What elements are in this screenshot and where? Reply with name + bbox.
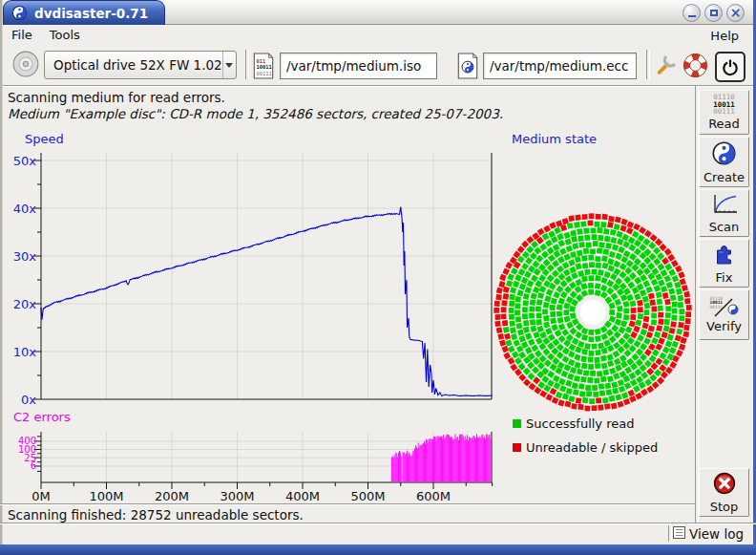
view-log-label: View log [689,526,744,542]
titlebar[interactable]: dvdisaster-0.71 × [3,0,753,25]
medium-state-disc: Medium state [494,132,692,412]
svg-text:Unreadable / skipped: Unreadable / skipped [526,440,658,455]
quit-button[interactable] [715,52,746,82]
menu-tools[interactable]: Tools [41,26,89,44]
svg-text:10011: 10011 [256,64,271,70]
c2-errors-chart: C2 errors6251004000M100M200M300M400M500M… [13,410,493,503]
minimize-button[interactable] [682,4,701,22]
read-button[interactable]: 01110 10011 00111 Read [699,90,749,135]
chevron-down-icon [225,63,233,68]
menu-bar: File Tools Help [3,25,753,44]
svg-text:0M: 0M [32,489,51,503]
wrench-icon [654,52,680,77]
verify-button[interactable]: 01110 10011 00111 Verify [699,289,749,340]
menu-file[interactable]: File [3,26,41,44]
svg-text:100M: 100M [89,489,123,503]
svg-text:600M: 600M [416,489,451,503]
svg-text:C2 errors: C2 errors [13,410,71,424]
maximize-icon [710,10,718,16]
window-border-bottom[interactable] [0,544,756,555]
view-log-button[interactable]: View log [670,525,746,543]
svg-text:40x: 40x [13,202,37,216]
title-tab: dvdisaster-0.71 [3,0,165,25]
help-button[interactable] [682,53,708,78]
stop-label: Stop [710,500,739,514]
verify-label: Verify [706,319,742,333]
svg-text:011: 011 [256,58,265,64]
svg-text:400M: 400M [285,489,320,503]
scan-result-statusbar: Scanning finished: 28752 unreadable sect… [0,503,695,523]
disc-icon[interactable] [11,50,40,78]
speed-curve [41,207,493,396]
puzzle-icon [711,242,737,269]
disc-hole [580,300,606,326]
scan-label: Scan [709,220,740,234]
svg-text:Successfully read: Successfully read [526,416,634,431]
create-label: Create [704,170,745,184]
legend-swatch [513,419,521,428]
scan-button[interactable]: Scan [699,189,749,237]
binary-digits-icon: 01110 10011 00111 [713,94,735,116]
scan-chart-icon [711,193,738,219]
scan-result-text: Scanning finished: 28752 unreadable sect… [8,507,304,523]
svg-text:500M: 500M [350,489,385,503]
fix-button[interactable]: Fix [699,239,749,288]
svg-text:00111: 00111 [256,71,271,76]
close-icon: × [730,6,742,19]
verify-icon: 01110 10011 00111 [710,297,739,318]
maximize-button[interactable] [704,4,723,22]
lifebuoy-icon [682,53,708,78]
medium-state-legend: Successfully readUnreadable / skipped [513,416,658,455]
toolbar-separator [245,50,249,79]
stop-icon [712,471,737,499]
drive-select[interactable]: Optical drive 52X FW 1.02 [44,51,237,79]
stop-button[interactable]: Stop [699,468,749,517]
svg-text:10x: 10x [13,345,37,359]
speed-chart: Speed0x10x20x30x40x50x [13,132,493,407]
iso-path-input[interactable] [280,53,437,79]
svg-text:200M: 200M [155,489,189,503]
power-icon [721,57,740,76]
yinyang-app-icon [11,5,28,21]
preferences-button[interactable] [654,52,680,77]
toolbar-separator-2 [646,50,650,79]
ecc-file-icon [457,53,478,79]
dvdisaster-window: dvdisaster-0.71 × File Tools Help Optica… [0,0,756,555]
read-label: Read [708,117,740,131]
ecc-path-input[interactable] [483,53,637,79]
svg-text:20x: 20x [13,297,37,311]
svg-text:50x: 50x [13,154,37,168]
log-icon [673,526,685,542]
close-button[interactable]: × [726,4,745,22]
svg-text:Medium state: Medium state [512,132,597,146]
legend-swatch [513,443,521,452]
svg-text:0x: 0x [21,393,36,407]
charts-canvas: Speed0x10x20x30x40x50xC2 errors625100400… [0,86,695,503]
svg-text:30x: 30x [13,249,37,264]
svg-text:Speed: Speed [25,132,64,146]
create-button[interactable]: Create [699,137,749,187]
fix-label: Fix [716,270,733,285]
drive-select-value: Optical drive 52X FW 1.02 [45,57,222,73]
binary-file-icon: 011 10011 00111 [253,53,274,79]
combo-arrow-box[interactable] [222,52,236,78]
menu-help[interactable]: Help [704,27,745,45]
yinyang-icon [711,140,737,169]
svg-text:300M: 300M [220,489,254,503]
bottom-statusbar [0,523,756,544]
minimize-icon [688,15,696,17]
window-title: dvdisaster-0.71 [34,6,148,21]
svg-text:400: 400 [18,436,36,446]
